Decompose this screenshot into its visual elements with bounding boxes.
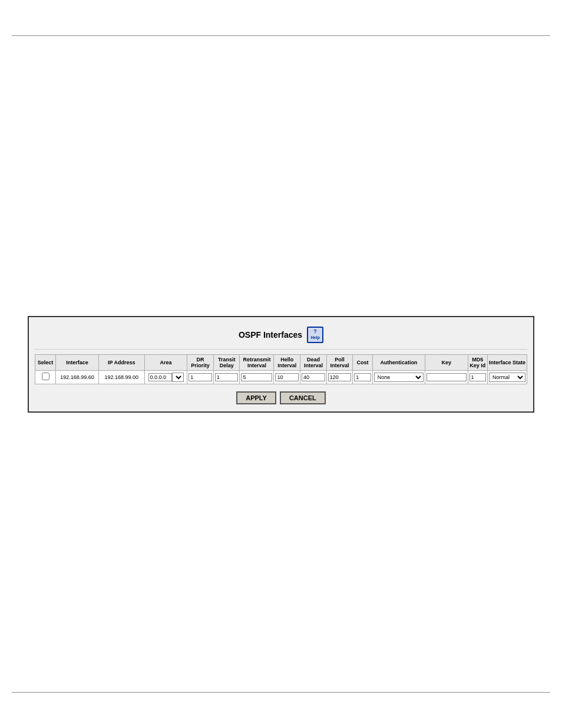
cell-cost xyxy=(353,370,372,384)
col-header-retransmit-interval: Retransmit Interval xyxy=(240,354,274,370)
cost-input[interactable] xyxy=(354,373,371,381)
cell-authentication: NoneSimpleMD5 xyxy=(372,370,425,384)
cell-ip-address: 192.168.99.00 xyxy=(98,370,144,384)
cell-key xyxy=(425,370,468,384)
col-header-dead-interval: Dead Interval xyxy=(300,354,327,370)
col-header-key: Key xyxy=(425,354,468,370)
cell-hello-interval xyxy=(274,370,300,384)
area-input[interactable] xyxy=(148,373,172,381)
cell-poll-interval xyxy=(326,370,353,384)
cell-dead-interval xyxy=(300,370,327,384)
panel-header: OSPF Interfaces ?Help xyxy=(35,323,527,350)
ospf-table-wrapper: Select Interface IP Address Area DR Prio… xyxy=(35,354,527,384)
hello-interval-input[interactable] xyxy=(275,373,299,381)
col-header-poll-interval: Poll Interval xyxy=(326,354,353,370)
transit-delay-input[interactable] xyxy=(215,373,239,381)
table-header-row: Select Interface IP Address Area DR Prio… xyxy=(35,354,527,370)
retransmit-interval-input[interactable] xyxy=(241,373,272,381)
ospf-interfaces-panel: OSPF Interfaces ?Help Select Interface I… xyxy=(28,316,534,413)
col-header-hello-interval: Hello Interval xyxy=(274,354,300,370)
key-input[interactable] xyxy=(427,373,467,381)
cell-dr-priority xyxy=(187,370,214,384)
cancel-button[interactable]: CANCEL xyxy=(280,391,326,404)
ospf-interfaces-table: Select Interface IP Address Area DR Prio… xyxy=(35,354,527,384)
col-header-ip-address: IP Address xyxy=(98,354,144,370)
cell-transit-delay xyxy=(213,370,240,384)
authentication-select[interactable]: NoneSimpleMD5 xyxy=(374,373,424,382)
help-icon-label: ?Help xyxy=(310,329,319,341)
top-rule xyxy=(12,35,550,36)
md5-key-id-input[interactable] xyxy=(470,373,486,381)
cell-area: ▼ xyxy=(144,370,187,384)
dr-priority-input[interactable] xyxy=(189,373,212,381)
col-header-interface-state: Interface State xyxy=(487,354,527,370)
col-header-interface: Interface xyxy=(56,354,99,370)
col-header-transit-delay: Transit Delay xyxy=(213,354,240,370)
button-row: APPLY CANCEL xyxy=(35,389,527,406)
apply-button[interactable]: APPLY xyxy=(236,391,276,404)
cell-retransmit-interval xyxy=(240,370,274,384)
col-header-md5-key-id: MD5 Key Id xyxy=(468,354,487,370)
col-header-select: Select xyxy=(35,354,56,370)
interface-state-select[interactable]: NormalPassivePoint-to-point xyxy=(489,373,525,382)
col-header-cost: Cost xyxy=(353,354,372,370)
cell-interface: 192.168.99.60 xyxy=(56,370,99,384)
help-icon-button[interactable]: ?Help xyxy=(307,327,323,343)
bottom-rule xyxy=(12,692,550,693)
col-header-authentication: Authentication xyxy=(372,354,425,370)
panel-title: OSPF Interfaces xyxy=(239,330,302,340)
cell-interface-state: NormalPassivePoint-to-point xyxy=(487,370,527,384)
col-header-dr-priority: DR Priority xyxy=(187,354,214,370)
row-checkbox[interactable] xyxy=(42,373,49,380)
main-container: OSPF Interfaces ?Help Select Interface I… xyxy=(12,47,550,681)
col-header-area: Area xyxy=(144,354,187,370)
poll-interval-input[interactable] xyxy=(328,373,352,381)
cell-md5-key-id xyxy=(468,370,487,384)
table-row: 192.168.99.60192.168.99.00▼NoneSimpleMD5… xyxy=(35,370,527,384)
area-select[interactable]: ▼ xyxy=(172,373,184,382)
dead-interval-input[interactable] xyxy=(302,373,325,381)
cell-select xyxy=(35,370,56,384)
